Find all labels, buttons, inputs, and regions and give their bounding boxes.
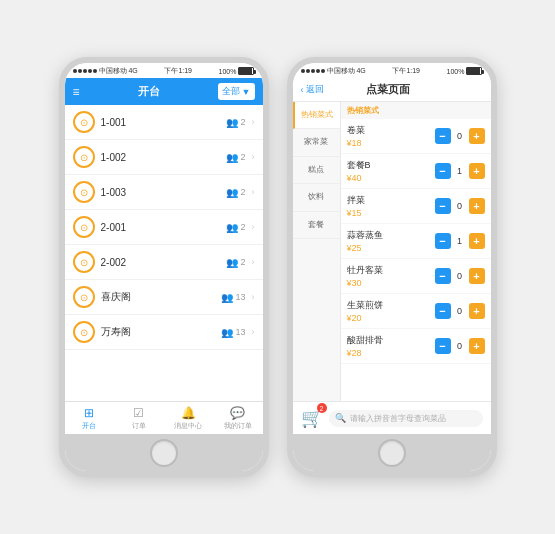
tab-xiaoxizhongxin[interactable]: 🔔 消息中心	[164, 402, 214, 434]
cat-hot[interactable]: 热销菜式	[293, 102, 340, 129]
table-row[interactable]: ⊙ 1-002 👥 2 ›	[65, 140, 263, 175]
menu-item-price-suantian: ¥28	[347, 348, 431, 358]
table-row[interactable]: ⊙ 1-001 👥 2 ›	[65, 105, 263, 140]
qty-ctrl-suantian: − 0 +	[435, 338, 485, 354]
chevron-2001: ›	[252, 222, 255, 232]
home-button-2[interactable]	[378, 439, 406, 467]
qty-plus-taocanb[interactable]: +	[469, 163, 485, 179]
qty-num-suanrong: 1	[454, 236, 466, 246]
signal-2: 100%	[447, 68, 465, 75]
people-count-2002: 2	[240, 257, 245, 267]
qty-ctrl-suanrong: − 1 +	[435, 233, 485, 249]
menu-item-name-suanrong: 蒜蓉蒸鱼	[347, 229, 431, 242]
tab-kaitai[interactable]: ⊞ 开台	[65, 402, 115, 434]
table-row[interactable]: ⊙ 2-001 👥 2 ›	[65, 210, 263, 245]
people-icon: 👥	[226, 187, 238, 198]
header-1: ≡ 开台 全部 ▼	[65, 78, 263, 105]
tab-dingdan[interactable]: ☑ 订单	[114, 402, 164, 434]
tab-icon-xiaoxizhongxin: 🔔	[181, 406, 196, 420]
people-icon: 👥	[226, 152, 238, 163]
menu-item-info-juancai: 卷菜 ¥18	[347, 124, 431, 148]
back-button[interactable]: ‹ 返回	[301, 83, 324, 96]
qty-num-bancai: 0	[454, 201, 466, 211]
bottom-tabs-1: ⊞ 开台 ☑ 订单 🔔 消息中心 💬 我的订单	[65, 401, 263, 434]
table-people-1002: 👥 2	[226, 152, 245, 163]
tab-wodedingdan[interactable]: 💬 我的订单	[213, 402, 263, 434]
chevron-wsge: ›	[252, 327, 255, 337]
table-row[interactable]: ⊙ 1-003 👥 2 ›	[65, 175, 263, 210]
qty-minus-shengcai[interactable]: −	[435, 303, 451, 319]
table-name-2001: 2-001	[101, 222, 221, 233]
menu-item-name-suantian: 酸甜排骨	[347, 334, 431, 347]
qty-plus-suanrong[interactable]: +	[469, 233, 485, 249]
qty-plus-suantian[interactable]: +	[469, 338, 485, 354]
cart-badge: 2	[317, 403, 327, 413]
qty-plus-mudan[interactable]: +	[469, 268, 485, 284]
chevron-1002: ›	[252, 152, 255, 162]
cat-gaodian[interactable]: 糕点	[293, 157, 340, 184]
menu-item-price-shengcai: ¥20	[347, 313, 431, 323]
menu-item-info-shengcai: 生菜煎饼 ¥20	[347, 299, 431, 323]
qty-minus-suanrong[interactable]: −	[435, 233, 451, 249]
qty-minus-suantian[interactable]: −	[435, 338, 451, 354]
cart-icon-wrap[interactable]: 🛒 2	[301, 407, 323, 429]
filter-arrow: ▼	[242, 87, 251, 97]
people-count-1002: 2	[240, 152, 245, 162]
cat-jiachang[interactable]: 家常菜	[293, 129, 340, 156]
qty-minus-bancai[interactable]: −	[435, 198, 451, 214]
table-row[interactable]: ⊙ 万寿阁 👥 13 ›	[65, 315, 263, 350]
tab-icon-wodedingdan: 💬	[230, 406, 245, 420]
cat-yinliao[interactable]: 饮料	[293, 184, 340, 211]
menu-item-price-mudan: ¥30	[347, 278, 431, 288]
people-count-1003: 2	[240, 187, 245, 197]
cat-taocan[interactable]: 套餐	[293, 212, 340, 239]
table-people-wsge: 👥 13	[221, 327, 245, 338]
order-content: 热销菜式 家常菜 糕点 饮料 套餐 热销菜式 卷菜 ¥18	[293, 102, 491, 401]
menu-item-price-bancai: ¥15	[347, 208, 431, 218]
table-name-2002: 2-002	[101, 257, 221, 268]
qty-minus-juancai[interactable]: −	[435, 128, 451, 144]
menu-item-mudan: 牡丹客菜 ¥30 − 0 +	[341, 259, 491, 294]
cart-bar: 🛒 2 🔍 请输入拼音首字母查询菜品	[293, 401, 491, 434]
qty-plus-bancai[interactable]: +	[469, 198, 485, 214]
table-name-1001: 1-001	[101, 117, 221, 128]
qty-ctrl-shengcai: − 0 +	[435, 303, 485, 319]
qty-ctrl-mudan: − 0 +	[435, 268, 485, 284]
menu-item-name-taocanb: 套餐B	[347, 159, 431, 172]
filter-select[interactable]: 全部 ▼	[218, 83, 255, 100]
table-row[interactable]: ⊙ 2-002 👥 2 ›	[65, 245, 263, 280]
qty-minus-mudan[interactable]: −	[435, 268, 451, 284]
signal-1: 100%	[219, 68, 237, 75]
qty-plus-shengcai[interactable]: +	[469, 303, 485, 319]
menu-item-name-shengcai: 生菜煎饼	[347, 299, 431, 312]
table-name-1002: 1-002	[101, 152, 221, 163]
chevron-2002: ›	[252, 257, 255, 267]
table-people-1001: 👥 2	[226, 117, 245, 128]
menu-item-suantian: 酸甜排骨 ¥28 − 0 +	[341, 329, 491, 364]
people-icon: 👥	[226, 222, 238, 233]
status-left-1: 中国移动 4G	[73, 66, 138, 76]
menu-icon[interactable]: ≡	[73, 85, 80, 99]
people-count-1001: 2	[240, 117, 245, 127]
menu-item-name-bancai: 拌菜	[347, 194, 431, 207]
menu-item-bancai: 拌菜 ¥15 − 0 +	[341, 189, 491, 224]
signal-dots-2	[301, 69, 325, 73]
qty-ctrl-taocanb: − 1 +	[435, 163, 485, 179]
qty-plus-juancai[interactable]: +	[469, 128, 485, 144]
menu-section-title: 热销菜式	[341, 102, 491, 119]
search-bar[interactable]: 🔍 请输入拼音首字母查询菜品	[329, 410, 483, 427]
menu-item-suanrong: 蒜蓉蒸鱼 ¥25 − 1 +	[341, 224, 491, 259]
filter-label: 全部	[222, 85, 240, 98]
menu-item-info-taocanb: 套餐B ¥40	[347, 159, 431, 183]
table-row[interactable]: ⊙ 喜庆阁 👥 13 ›	[65, 280, 263, 315]
order-page-title: 点菜页面	[328, 82, 449, 97]
home-button-1[interactable]	[150, 439, 178, 467]
table-people-2001: 👥 2	[226, 222, 245, 233]
people-icon: 👥	[221, 327, 233, 338]
qty-minus-taocanb[interactable]: −	[435, 163, 451, 179]
table-icon-2001: ⊙	[73, 216, 95, 238]
menu-list: 热销菜式 卷菜 ¥18 − 0 +	[341, 102, 491, 401]
tab-label-wodedingdan: 我的订单	[224, 421, 252, 431]
phone-2-inner: 中国移动 4G 下午1:19 100% ‹ 返回 点菜页面	[293, 63, 491, 434]
qty-num-taocanb: 1	[454, 166, 466, 176]
